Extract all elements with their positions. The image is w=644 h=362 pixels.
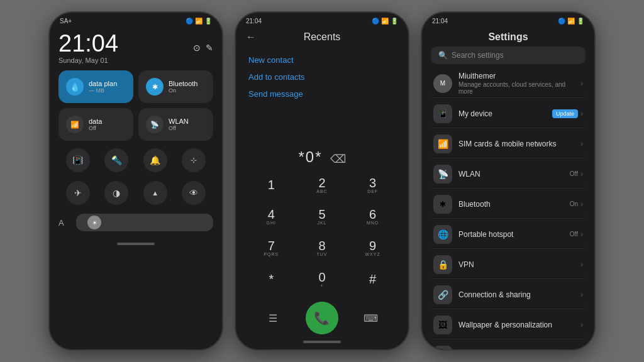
- back-button[interactable]: ←: [246, 31, 256, 43]
- connection-title: Connection & sharing: [458, 290, 574, 299]
- eye-icon[interactable]: 👁: [182, 181, 206, 205]
- search-placeholder: Search settings: [452, 51, 504, 60]
- key-0[interactable]: 0+: [304, 265, 340, 293]
- dialer-title: Recents: [304, 31, 341, 43]
- sim-icon: 📶: [433, 134, 452, 153]
- key-8[interactable]: 8TUV: [304, 234, 340, 261]
- connection-icon: 🔗: [433, 285, 452, 304]
- avatar: M: [433, 74, 452, 93]
- settings-item-bluetooth[interactable]: ✱ Bluetooth On ›: [428, 190, 588, 219]
- hotspot-right: Off ›: [570, 230, 583, 239]
- wlan-right: Off ›: [570, 170, 583, 178]
- vibrate-icon[interactable]: 📳: [66, 148, 90, 172]
- keyboard-icon[interactable]: ⌨: [359, 306, 383, 330]
- tile-data-plan[interactable]: 💧 data plan — MB: [58, 70, 133, 103]
- numpad-row-4: * 0+ #: [246, 265, 398, 293]
- search-bar[interactable]: 🔍 Search settings: [431, 47, 586, 64]
- tile-wlan[interactable]: 📡 WLAN Off: [138, 108, 213, 141]
- bt-right: On ›: [570, 200, 583, 209]
- send-message-btn[interactable]: Send message: [248, 89, 396, 99]
- chevron-account: ›: [580, 79, 583, 88]
- settings-item-wlan[interactable]: 📡 WLAN Off ›: [428, 160, 588, 189]
- autobrightness-icon[interactable]: ◑: [104, 181, 128, 205]
- time-display-1: 21:04: [58, 31, 118, 55]
- status-icons-2: 🔵📶🔋: [372, 18, 398, 25]
- airplane-icon[interactable]: ✈: [66, 181, 90, 205]
- hotspot-title: Portable hotspot: [458, 230, 564, 239]
- key-4[interactable]: 4GHI: [253, 202, 289, 230]
- key-7[interactable]: 7PQRS: [253, 234, 289, 261]
- settings-item-sim[interactable]: 📶 SIM cards & mobile networks ›: [428, 129, 588, 158]
- status-left-2: 21:04: [246, 18, 262, 25]
- wlan-icon: 📡: [433, 165, 452, 184]
- flashlight-icon[interactable]: 🔦: [104, 148, 128, 172]
- hotspot-icon: 🌐: [433, 225, 452, 244]
- tile-icon-wlan: 📡: [146, 116, 164, 133]
- tile-sub-data: — MB: [89, 87, 117, 94]
- vpn-icon: 🔒: [433, 255, 452, 274]
- key-6[interactable]: 6MNO: [355, 202, 391, 230]
- settings-list: M Miuithemer Manage accounts, cloud serv…: [422, 69, 594, 349]
- sim-title: SIM cards & mobile networks: [458, 140, 574, 148]
- tile-label-data: data plan: [89, 80, 117, 87]
- new-contact-btn[interactable]: New contact: [248, 55, 396, 65]
- mydevice-right: Update ›: [552, 109, 583, 118]
- bt-status: On: [570, 200, 578, 207]
- key-star[interactable]: *: [253, 265, 289, 293]
- settings-item-lockscreen[interactable]: 🔐 Always-on display & Lock screen ›: [428, 341, 588, 349]
- vpn-title: VPN: [458, 260, 574, 269]
- location-icon[interactable]: ▲: [143, 181, 167, 205]
- wlan-title: WLAN: [458, 170, 564, 178]
- key-9[interactable]: 9WXYZ: [355, 234, 391, 261]
- key-5[interactable]: 5JKL: [304, 202, 340, 230]
- dialer-bottom: ☰ 📞 ⌨: [236, 297, 408, 337]
- chevron-vpn: ›: [580, 260, 583, 269]
- settings-item-hotspot[interactable]: 🌐 Portable hotspot Off ›: [428, 220, 588, 249]
- add-contact-btn[interactable]: Add to contacts: [248, 72, 396, 82]
- numpad-row-1: 1 2ABC 3DEF: [246, 171, 398, 199]
- call-button[interactable]: 📞: [306, 302, 338, 334]
- settings-item-wallpaper[interactable]: 🖼 Wallpaper & personalization ›: [428, 310, 588, 339]
- tile-bluetooth[interactable]: ✱ Bluetooth On: [138, 70, 213, 103]
- settings-item-account[interactable]: M Miuithemer Manage accounts, cloud serv…: [428, 69, 588, 98]
- key-hash[interactable]: #: [355, 265, 391, 293]
- bell-icon[interactable]: 🔔: [143, 148, 167, 172]
- tile-sub-bt: On: [169, 87, 197, 94]
- home-bar-2: [303, 341, 341, 343]
- settings-item-connection[interactable]: 🔗 Connection & sharing ›: [428, 280, 588, 309]
- wallpaper-icon: 🖼: [433, 315, 452, 334]
- menu-icon[interactable]: ☰: [261, 306, 285, 330]
- tile-mobile-data[interactable]: 📶 data Off: [58, 108, 133, 141]
- bluetooth-title: Bluetooth: [458, 200, 564, 209]
- settings-item-vpn[interactable]: 🔒 VPN ›: [428, 250, 588, 279]
- settings-item-mydevice[interactable]: 📱 My device Update ›: [428, 99, 588, 128]
- lockscreen-icon: 🔐: [433, 346, 452, 349]
- account-title: Miuithemer: [458, 72, 574, 80]
- key-3[interactable]: 3DEF: [355, 171, 391, 199]
- status-bar-2: 21:04 🔵📶🔋: [236, 13, 408, 26]
- tile-label-mobile: data: [89, 118, 102, 125]
- settings-title: Settings: [422, 26, 594, 47]
- screenshot-icon[interactable]: ⊹: [182, 148, 206, 172]
- backspace-button[interactable]: ⌫: [330, 152, 346, 166]
- tile-icon-mobile: 📶: [66, 116, 84, 133]
- status-icons-1: 🔵📶🔋: [186, 18, 212, 25]
- brightness-slider[interactable]: ☀: [76, 214, 213, 231]
- key-2[interactable]: 2ABC: [304, 171, 340, 199]
- wlan-status: Off: [570, 170, 578, 177]
- chevron-bt: ›: [580, 200, 583, 209]
- status-bar-3: 21:04 🔵📶🔋: [422, 13, 594, 26]
- key-1[interactable]: 1: [253, 171, 289, 199]
- mydevice-title: My device: [458, 109, 546, 118]
- chevron-sim: ›: [580, 140, 583, 148]
- status-left-1: SA+: [60, 18, 72, 25]
- status-bar-1: SA+ 🔵📶🔋: [50, 13, 222, 26]
- home-bar-1: [117, 243, 155, 245]
- mydevice-icon: 📱: [433, 104, 452, 123]
- numpad-row-2: 4GHI 5JKL 6MNO: [246, 202, 398, 230]
- chevron-hotspot: ›: [580, 230, 583, 239]
- numpad: 1 2ABC 3DEF 4GHI 5JKL 6MNO 7PQRS 8TUV 9W…: [236, 171, 408, 297]
- tile-label-wlan: WLAN: [169, 118, 189, 125]
- bluetooth-icon: ✱: [433, 195, 452, 214]
- brightness-thumb: ☀: [87, 216, 101, 229]
